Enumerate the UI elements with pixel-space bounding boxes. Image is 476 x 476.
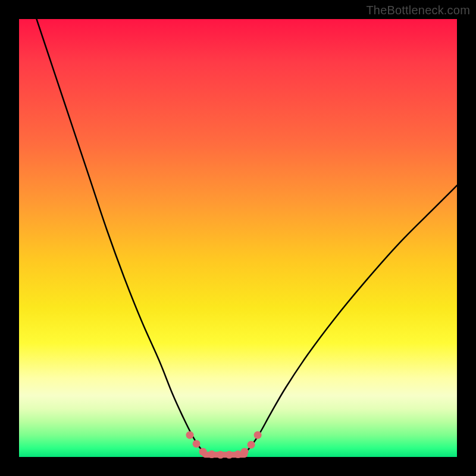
chart-stage: TheBottleneck.com — [0, 0, 476, 476]
marker-dot — [248, 441, 255, 449]
left-curve — [36, 19, 205, 453]
marker-dot — [254, 431, 262, 439]
marker-dot — [217, 451, 224, 459]
marker-dot — [226, 451, 233, 459]
marker-dot — [208, 450, 215, 458]
plot-area — [19, 19, 457, 457]
marker-dot — [186, 431, 194, 439]
watermark-text: TheBottleneck.com — [366, 4, 470, 17]
marker-dot — [199, 448, 207, 456]
marker-dot — [241, 448, 249, 456]
chart-svg — [19, 19, 457, 457]
bottom-markers — [186, 431, 262, 459]
right-curve — [245, 186, 457, 453]
marker-dot — [193, 440, 201, 447]
